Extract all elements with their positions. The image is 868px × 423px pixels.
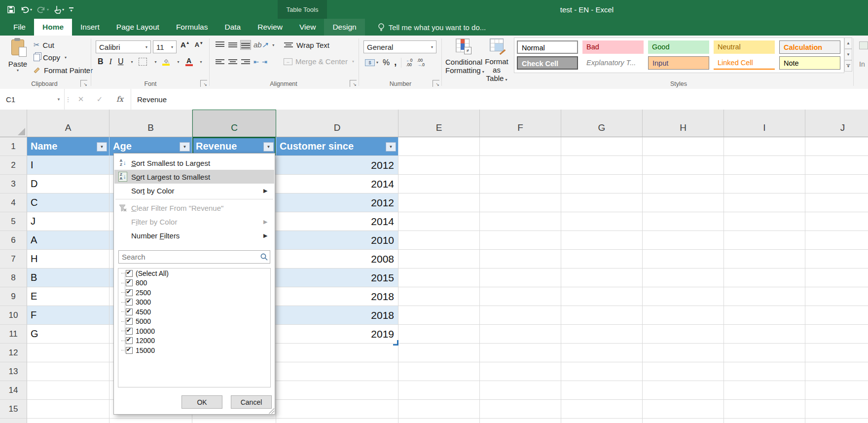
cell-style-explanatory-t[interactable]: Explanatory T... <box>582 56 644 70</box>
number-dialog-launcher[interactable]: ↘ <box>433 80 439 87</box>
bold-button[interactable]: B <box>98 57 104 66</box>
cell-G16[interactable] <box>561 419 643 423</box>
cell-I5[interactable] <box>724 212 805 231</box>
tab-formulas[interactable]: Formulas <box>168 19 217 36</box>
checkbox-4500[interactable] <box>126 308 133 315</box>
column-header-D[interactable]: D <box>276 110 398 137</box>
cell-G4[interactable] <box>561 193 643 212</box>
cell-D9[interactable]: 2018 <box>276 287 398 306</box>
tab-page-layout[interactable]: Page Layout <box>108 19 168 36</box>
merge-center-button[interactable]: ↔ Merge & Center ▾ <box>284 57 354 66</box>
filter-button-revenue[interactable]: ▼ <box>263 142 274 152</box>
decrease-font-size-button[interactable]: A▼ <box>195 41 203 48</box>
menu-resize-grip[interactable] <box>268 407 274 414</box>
cell-I7[interactable] <box>724 250 805 269</box>
row-header-12[interactable]: 12 <box>0 344 27 362</box>
accounting-format-button[interactable]: $ ▾ <box>365 59 378 66</box>
cell-A4[interactable]: C <box>27 193 109 212</box>
cell-H9[interactable] <box>643 287 724 306</box>
cell-J12[interactable] <box>805 344 868 362</box>
increase-font-size-button[interactable]: A▲ <box>181 40 190 49</box>
row-header-16[interactable]: 16 <box>0 419 27 423</box>
cell-G8[interactable] <box>561 269 643 287</box>
row-header-6[interactable]: 6 <box>0 231 27 250</box>
accounting-dropdown-icon[interactable]: ▾ <box>376 60 378 65</box>
cell-E10[interactable] <box>398 306 480 325</box>
cell-H12[interactable] <box>643 344 724 362</box>
cell-J5[interactable] <box>805 212 868 231</box>
cell-E7[interactable] <box>398 250 480 269</box>
cell-D15[interactable] <box>276 400 398 419</box>
column-header-H[interactable]: H <box>643 110 724 137</box>
cell-I6[interactable] <box>724 231 805 250</box>
checkbox-5000[interactable] <box>126 318 133 325</box>
filter-button-name[interactable]: ▼ <box>97 142 107 152</box>
checkbox-10000[interactable] <box>126 328 133 335</box>
filter-value-15000[interactable]: 15000 <box>118 346 270 355</box>
cell-J11[interactable] <box>805 325 868 344</box>
touch-mode-button[interactable]: ▾ <box>54 5 64 14</box>
checkbox-3000[interactable] <box>126 299 133 306</box>
cell-I2[interactable] <box>724 156 805 175</box>
decrease-indent-button[interactable]: ⇤ <box>253 58 259 66</box>
cell-F3[interactable] <box>480 175 561 193</box>
touch-mode-dropdown-icon[interactable]: ▾ <box>62 7 64 12</box>
cell-G7[interactable] <box>561 250 643 269</box>
cell-A3[interactable]: D <box>27 175 109 193</box>
insert-function-button[interactable]: fx <box>109 89 131 110</box>
cell-F6[interactable] <box>480 231 561 250</box>
undo-button[interactable]: ▾ <box>20 5 32 13</box>
cell-E15[interactable] <box>398 400 480 419</box>
cell-D3[interactable]: 2014 <box>276 175 398 193</box>
cell-J9[interactable] <box>805 287 868 306</box>
cell-J10[interactable] <box>805 306 868 325</box>
cell-J13[interactable] <box>805 362 868 381</box>
cell-H2[interactable] <box>643 156 724 175</box>
cell-H8[interactable] <box>643 269 724 287</box>
cell-style-note[interactable]: Note <box>779 56 840 70</box>
underline-dropdown-icon[interactable]: ▾ <box>131 60 133 64</box>
cell-J6[interactable] <box>805 231 868 250</box>
cell-J2[interactable] <box>805 156 868 175</box>
cancel-entry-button[interactable]: ✕ <box>72 89 90 110</box>
cell-G3[interactable] <box>561 175 643 193</box>
customize-quick-access-button[interactable]: ▾ <box>69 7 73 12</box>
cell-style-normal[interactable]: Normal <box>517 40 578 54</box>
cell-A11[interactable]: G <box>27 325 109 344</box>
cell-E5[interactable] <box>398 212 480 231</box>
cell-E8[interactable] <box>398 269 480 287</box>
cell-style-neutral[interactable]: Neutral <box>714 40 775 54</box>
checkbox-2500[interactable] <box>126 289 133 296</box>
menu-item-sort-by-color[interactable]: Sort by Color▶ <box>114 184 274 197</box>
comma-style-button[interactable]: , <box>394 57 397 68</box>
cell-J16[interactable] <box>805 419 868 423</box>
filter-value-10000[interactable]: 10000 <box>118 326 270 336</box>
row-header-11[interactable]: 11 <box>0 325 27 344</box>
checkbox-800[interactable] <box>126 279 133 286</box>
cell-I15[interactable] <box>724 400 805 419</box>
cell-G2[interactable] <box>561 156 643 175</box>
tab-data[interactable]: Data <box>216 19 249 36</box>
cell-H15[interactable] <box>643 400 724 419</box>
gallery-more-button[interactable]: ▼ <box>844 60 852 72</box>
cell-G1[interactable] <box>561 137 643 156</box>
cell-J14[interactable] <box>805 381 868 400</box>
underline-button[interactable]: U <box>118 57 124 66</box>
font-dialog-launcher[interactable]: ↘ <box>200 80 207 87</box>
column-header-E[interactable]: E <box>398 110 480 137</box>
cell-E2[interactable] <box>398 156 480 175</box>
cell-style-bad[interactable]: Bad <box>582 40 644 54</box>
tab-file[interactable]: File <box>5 19 34 36</box>
cell-E14[interactable] <box>398 381 480 400</box>
cell-E16[interactable] <box>398 419 480 423</box>
cell-G13[interactable] <box>561 362 643 381</box>
cell-E9[interactable] <box>398 287 480 306</box>
cell-style-check-cell[interactable]: Check Cell <box>517 56 578 70</box>
tab-home[interactable]: Home <box>34 19 72 36</box>
redo-dropdown-icon[interactable]: ▾ <box>47 7 49 12</box>
cell-E4[interactable] <box>398 193 480 212</box>
paste-dropdown-icon[interactable]: ▾ <box>4 68 32 73</box>
cell-I1[interactable] <box>724 137 805 156</box>
cell-H13[interactable] <box>643 362 724 381</box>
formula-bar-grip[interactable]: ⋮ <box>65 96 72 103</box>
